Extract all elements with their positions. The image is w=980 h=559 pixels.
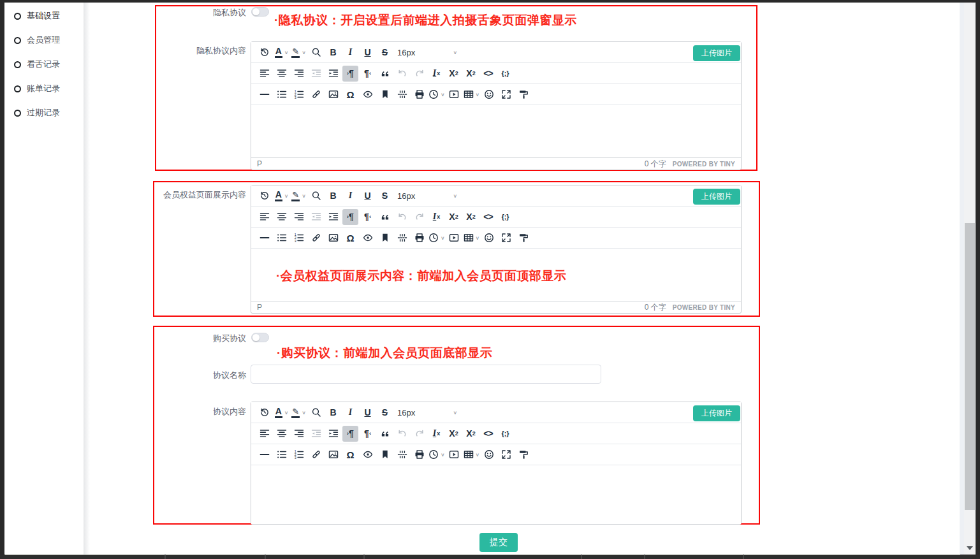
restore-draft-icon[interactable]	[256, 405, 272, 421]
code-sample-icon[interactable]: {;}	[497, 426, 513, 442]
link-icon[interactable]	[308, 447, 324, 463]
datetime-icon[interactable]: ∨	[428, 87, 445, 103]
privacy-toggle-switch[interactable]	[251, 7, 269, 17]
preview-icon[interactable]	[360, 87, 376, 103]
subscript-icon[interactable]: X2	[446, 66, 462, 82]
numbered-list-icon[interactable]: 123	[291, 447, 307, 463]
code-sample-icon[interactable]: {;}	[497, 66, 513, 82]
horizontal-rule-icon[interactable]	[256, 87, 272, 103]
fullscreen-icon[interactable]	[498, 87, 514, 103]
superscript-icon[interactable]: X2	[463, 66, 479, 82]
emoticons-icon[interactable]	[481, 87, 497, 103]
image-icon[interactable]	[325, 87, 341, 103]
rtl-icon[interactable]: ¶‹	[360, 66, 376, 82]
blockquote-icon[interactable]	[377, 66, 393, 82]
remove-format-icon[interactable]: Ix	[428, 66, 444, 82]
bullet-list-icon[interactable]	[274, 447, 289, 463]
agreement-name-input[interactable]	[251, 365, 601, 384]
page-break-icon[interactable]	[394, 447, 410, 463]
underline-icon[interactable]: U	[360, 45, 376, 61]
format-painter-icon[interactable]	[515, 447, 531, 463]
media-icon[interactable]	[446, 87, 462, 103]
code-icon[interactable]: <>	[480, 426, 496, 442]
subscript-icon[interactable]: X2	[446, 209, 462, 225]
sidebar-item-tongue-records[interactable]: 看舌记录	[4, 52, 84, 76]
align-center-icon[interactable]	[274, 209, 289, 225]
search-replace-icon[interactable]	[308, 405, 324, 421]
italic-icon[interactable]: I	[342, 405, 358, 421]
indent-icon[interactable]	[325, 426, 341, 442]
rtl-icon[interactable]: ¶‹	[360, 426, 376, 442]
highlight-color-icon[interactable]: ✎∨	[291, 405, 307, 421]
numbered-list-icon[interactable]: 123	[291, 230, 307, 246]
media-icon[interactable]	[446, 447, 462, 463]
table-icon[interactable]: ∨	[464, 230, 480, 246]
italic-icon[interactable]: I	[342, 45, 358, 61]
anchor-icon[interactable]	[377, 87, 393, 103]
align-left-icon[interactable]	[256, 66, 272, 82]
bold-icon[interactable]: B	[325, 188, 341, 204]
strikethrough-icon[interactable]: S	[377, 188, 393, 204]
font-size-select[interactable]: 16px∨	[394, 45, 460, 61]
format-painter-icon[interactable]	[515, 230, 531, 246]
indent-icon[interactable]	[325, 209, 341, 225]
align-center-icon[interactable]	[274, 426, 289, 442]
text-color-icon[interactable]: A∨	[274, 188, 289, 204]
font-size-select[interactable]: 16px∨	[394, 405, 460, 421]
sidebar-item-basic-settings[interactable]: 基础设置	[4, 4, 84, 28]
submit-button[interactable]: 提交	[479, 533, 518, 552]
image-icon[interactable]	[325, 447, 341, 463]
editor-body[interactable]	[251, 105, 741, 157]
editor-body[interactable]	[251, 465, 741, 524]
rtl-icon[interactable]: ¶‹	[360, 209, 376, 225]
table-icon[interactable]: ∨	[464, 87, 480, 103]
bullet-list-icon[interactable]	[274, 87, 289, 103]
ltr-icon[interactable]: ›¶	[342, 426, 358, 442]
sidebar-item-expired-records[interactable]: 过期记录	[4, 101, 84, 125]
fullscreen-icon[interactable]	[498, 230, 514, 246]
font-size-select[interactable]: 16px∨	[394, 188, 460, 204]
ltr-icon[interactable]: ›¶	[342, 66, 358, 82]
text-color-icon[interactable]: A∨	[274, 45, 289, 61]
emoticons-icon[interactable]	[481, 447, 497, 463]
search-replace-icon[interactable]	[308, 188, 324, 204]
horizontal-rule-icon[interactable]	[256, 230, 272, 246]
strikethrough-icon[interactable]: S	[377, 405, 393, 421]
scrollbar-thumb[interactable]	[965, 223, 975, 510]
scroll-down-arrow-icon[interactable]	[967, 546, 973, 550]
restore-draft-icon[interactable]	[256, 45, 272, 61]
link-icon[interactable]	[308, 87, 324, 103]
italic-icon[interactable]: I	[342, 188, 358, 204]
horizontal-rule-icon[interactable]	[256, 447, 272, 463]
preview-icon[interactable]	[360, 447, 376, 463]
numbered-list-icon[interactable]: 123	[291, 87, 307, 103]
ltr-icon[interactable]: ›¶	[342, 209, 358, 225]
align-left-icon[interactable]	[256, 426, 272, 442]
print-icon[interactable]	[411, 230, 427, 246]
bullet-list-icon[interactable]	[274, 230, 289, 246]
align-right-icon[interactable]	[291, 426, 307, 442]
superscript-icon[interactable]: X2	[463, 209, 479, 225]
code-sample-icon[interactable]: {;}	[497, 209, 513, 225]
anchor-icon[interactable]	[377, 230, 393, 246]
print-icon[interactable]	[411, 447, 427, 463]
sidebar-item-member-management[interactable]: 会员管理	[4, 28, 84, 52]
bold-icon[interactable]: B	[325, 45, 341, 61]
fullscreen-icon[interactable]	[498, 447, 514, 463]
align-right-icon[interactable]	[291, 209, 307, 225]
page-break-icon[interactable]	[394, 87, 410, 103]
format-painter-icon[interactable]	[515, 87, 531, 103]
upload-image-button[interactable]: 上传图片	[693, 405, 740, 421]
upload-image-button[interactable]: 上传图片	[693, 189, 740, 205]
upload-image-button[interactable]: 上传图片	[693, 45, 740, 61]
special-character-icon[interactable]: Ω	[342, 230, 358, 246]
emoticons-icon[interactable]	[481, 230, 497, 246]
search-replace-icon[interactable]	[308, 45, 324, 61]
sidebar-item-bill-records[interactable]: 账单记录	[4, 76, 84, 101]
table-icon[interactable]: ∨	[464, 447, 480, 463]
align-center-icon[interactable]	[274, 66, 289, 82]
print-icon[interactable]	[411, 87, 427, 103]
align-left-icon[interactable]	[256, 209, 272, 225]
code-icon[interactable]: <>	[480, 66, 496, 82]
purchase-toggle-switch[interactable]	[251, 333, 269, 342]
